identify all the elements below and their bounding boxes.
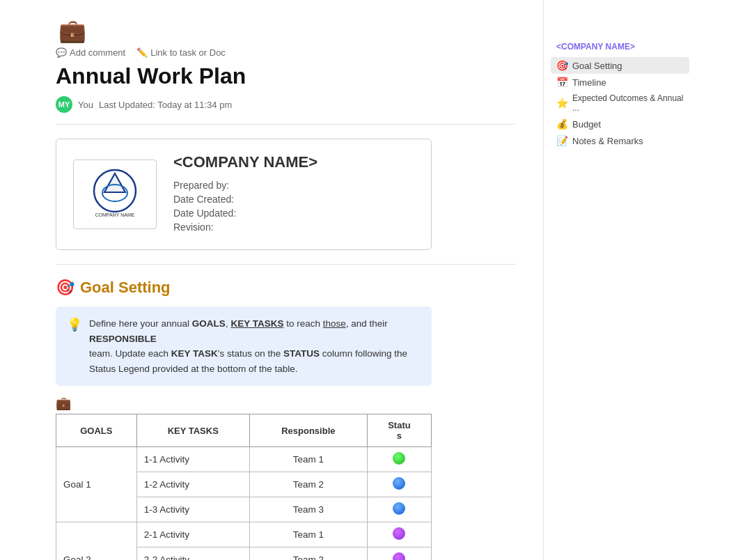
briefcase-icon-2: 💼 [56,396,515,411]
company-info: <COMPANY NAME> Prepared by: Date Created… [173,153,317,235]
sidebar-item-budget[interactable]: 💰 Budget [551,116,689,132]
sidebar-item-goal-setting[interactable]: 🎯 Goal Setting [551,57,689,74]
sidebar-label-expected: Expected Outcomes & Annual ... [572,93,684,113]
task-1-2: 1-2 Activity [136,472,249,497]
info-box: 💡 Define here your annual GOALS, KEY TAS… [56,306,432,386]
info-and-their: , and their [346,318,388,329]
goal-2-cell: Goal 2 [56,522,137,560]
dot-purple-2 [393,552,405,560]
col-key-tasks: KEY TASKS [136,414,249,447]
dot-blue-2 [393,502,405,515]
sidebar-label-notes: Notes & Remarks [572,136,643,146]
page-title: Annual Work Plan [56,63,515,89]
section-heading: 🎯 Goal Setting [56,279,515,297]
user-label: You [78,100,93,110]
date-updated: Date Updated: [173,208,317,219]
divider-2 [56,264,515,265]
section-title: Goal Setting [80,279,171,297]
company-name: <COMPANY NAME> [173,153,317,171]
task-1-3: 1-3 Activity [136,497,249,522]
sidebar-icon-budget: 💰 [556,118,568,130]
sidebar-company-label: <COMPANY NAME> [551,42,689,52]
resp-1-1: Team 1 [249,447,367,472]
task-1-1: 1-1 Activity [136,447,249,472]
comment-icon: 💬 [56,47,67,58]
link-task-button[interactable]: ✏️ Link to task or Doc [136,47,226,58]
info-responsible-bold: RESPONSIBLE [89,334,157,344]
company-logo: COMPANY NAME [73,160,157,229]
sidebar: <COMPANY NAME> 🎯 Goal Setting 📅 Timeline… [543,0,696,560]
prepared-by: Prepared by: [173,180,317,191]
info-key-tasks-bold: KEY TASKS [230,318,283,329]
task-2-1: 2-1 Activity [136,522,249,547]
dot-blue [393,477,405,490]
sidebar-label-timeline: Timeline [572,77,606,88]
avatar: MY [56,96,72,113]
info-status-bold: STATUS [283,348,320,359]
col-responsible: Responsible [249,414,367,447]
sidebar-label-goal: Goal Setting [572,61,622,71]
sidebar-icon-timeline: 📅 [556,77,568,88]
status-2-1 [367,522,431,547]
divider-1 [56,124,515,125]
info-team: team. Update each [89,348,171,359]
company-card: COMPANY NAME <COMPANY NAME> Prepared by:… [56,139,432,250]
resp-1-2: Team 2 [249,472,367,497]
dot-purple [393,527,405,540]
svg-text:COMPANY NAME: COMPANY NAME [95,212,135,217]
resp-2-1: Team 1 [249,522,367,547]
info-to-reach: to reach [283,318,322,329]
resp-1-3: Team 3 [249,497,367,522]
info-text: Define here your annual GOALS, KEY TASKS… [89,316,421,376]
meta-row: MY You Last Updated: Today at 11:34 pm [56,96,515,113]
resp-2-2: Team 2 [249,547,367,560]
status-2-2 [367,547,431,560]
sidebar-item-expected[interactable]: ⭐ Expected Outcomes & Annual ... [551,91,689,116]
info-those: those [323,318,346,329]
table-row: Goal 1 1-1 Activity Team 1 [56,447,432,472]
last-updated: Last Updated: Today at 11:34 pm [99,100,232,110]
dot-green [393,452,405,465]
date-created: Date Created: [173,194,317,205]
status-1-1 [367,447,431,472]
col-status: Status [367,414,431,447]
sidebar-label-budget: Budget [572,119,601,130]
info-key-task-bold: KEY TASK [171,348,218,359]
status-1-2 [367,472,431,497]
info-prefix: Define here your annual [89,318,192,329]
status-1-3 [367,497,431,522]
revision: Revision: [173,221,317,233]
task-2-2: 2-2 Activity [136,547,249,560]
app-icon: 💼 [56,14,89,47]
sidebar-icon-goal: 🎯 [556,60,568,71]
add-comment-button[interactable]: 💬 Add comment [56,47,125,58]
sidebar-item-timeline[interactable]: 📅 Timeline [551,74,689,91]
col-goals: GOALS [56,414,137,447]
goal-1-cell: Goal 1 [56,447,137,522]
sidebar-item-notes[interactable]: 📝 Notes & Remarks [551,132,689,149]
info-status-on: 's status on the [218,348,283,359]
table-row: Goal 2 2-1 Activity Team 1 [56,522,432,547]
sidebar-icon-expected: ⭐ [556,98,568,109]
link-icon: ✏️ [136,47,148,58]
svg-marker-2 [104,173,125,192]
goal-setting-icon: 🎯 [56,279,74,297]
sidebar-icon-notes: 📝 [556,135,568,146]
table-wrapper: GOALS KEY TASKS Responsible Status Goal … [56,414,432,560]
lightbulb-icon: 💡 [67,317,82,332]
info-goals-bold: GOALS [192,318,226,329]
task-table: GOALS KEY TASKS Responsible Status Goal … [56,414,432,560]
